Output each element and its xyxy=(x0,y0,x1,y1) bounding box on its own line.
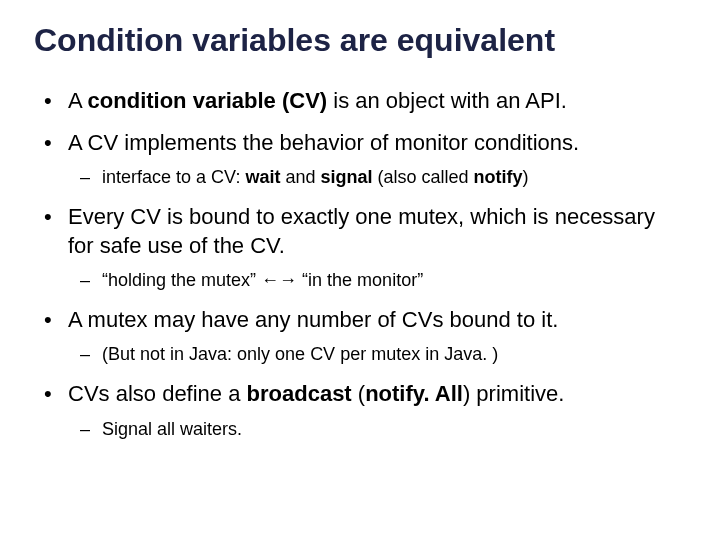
text: A CV implements the behavior of monitor … xyxy=(68,130,579,155)
text: Signal all waiters. xyxy=(102,419,242,439)
text: interface to a CV: xyxy=(102,167,245,187)
bullet-item: A mutex may have any number of CVs bound… xyxy=(34,306,686,366)
sub-item: “holding the mutex” ←→ “in the monitor” xyxy=(68,268,686,292)
text: ( xyxy=(352,381,365,406)
sub-list: interface to a CV: wait and signal (also… xyxy=(68,165,686,189)
text: CVs also define a xyxy=(68,381,247,406)
text: ) xyxy=(523,167,529,187)
bullet-item: A CV implements the behavior of monitor … xyxy=(34,129,686,189)
bullet-item: Every CV is bound to exactly one mutex, … xyxy=(34,203,686,292)
bullet-item: CVs also define a broadcast (notify. All… xyxy=(34,380,686,440)
text: A mutex may have any number of CVs bound… xyxy=(68,307,558,332)
text-bold: condition variable (CV) xyxy=(88,88,328,113)
text: and xyxy=(280,167,320,187)
text: ) primitive. xyxy=(463,381,564,406)
bullet-item: A condition variable (CV) is an object w… xyxy=(34,87,686,115)
text-bold: broadcast xyxy=(247,381,352,406)
sub-item: Signal all waiters. xyxy=(68,417,686,441)
sub-list: Signal all waiters. xyxy=(68,417,686,441)
sub-item: interface to a CV: wait and signal (also… xyxy=(68,165,686,189)
sub-item: (But not in Java: only one CV per mutex … xyxy=(68,342,686,366)
text-bold: signal xyxy=(320,167,372,187)
text: “holding the mutex” ←→ “in the monitor” xyxy=(102,270,423,290)
text: is an object with an API. xyxy=(327,88,567,113)
text-bold: wait xyxy=(245,167,280,187)
sub-list: “holding the mutex” ←→ “in the monitor” xyxy=(68,268,686,292)
slide: Condition variables are equivalent A con… xyxy=(0,0,720,540)
text: A xyxy=(68,88,88,113)
bullet-list: A condition variable (CV) is an object w… xyxy=(34,87,686,441)
text: Every CV is bound to exactly one mutex, … xyxy=(68,204,655,257)
slide-title: Condition variables are equivalent xyxy=(34,22,686,59)
text: (But not in Java: only one CV per mutex … xyxy=(102,344,498,364)
text-bold: notify xyxy=(474,167,523,187)
text-bold: notify. All xyxy=(365,381,463,406)
sub-list: (But not in Java: only one CV per mutex … xyxy=(68,342,686,366)
text: (also called xyxy=(372,167,473,187)
